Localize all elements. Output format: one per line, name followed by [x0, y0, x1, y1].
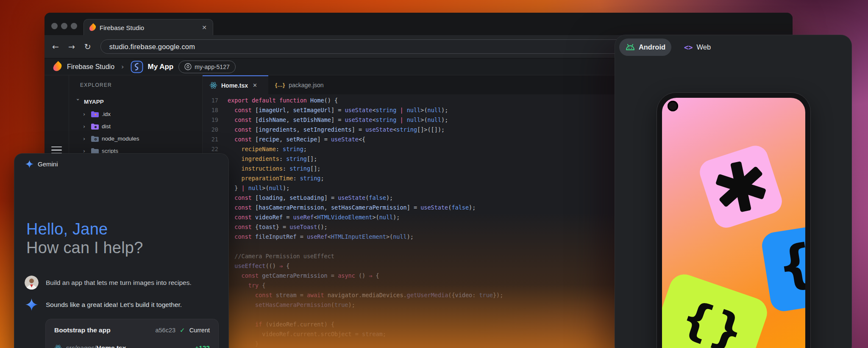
- chevron-right-icon: ›: [83, 123, 90, 130]
- editor-tab-label: package.json: [289, 82, 324, 88]
- chevron-down-icon: ›: [75, 99, 81, 105]
- chat-message-gemini: Sounds like a great idea! Let’s build it…: [25, 298, 218, 312]
- back-icon[interactable]: ←: [52, 42, 59, 51]
- user-message-text: Build an app that lets me turn images in…: [46, 279, 192, 287]
- folder-icon: [91, 111, 99, 118]
- breadcrumb-separator: ›: [121, 63, 124, 71]
- gemini-header: Gemini: [25, 160, 58, 168]
- check-icon: ✓: [180, 326, 185, 334]
- workspace-droplet-icon: [184, 63, 192, 70]
- open-brace-icon: {: [773, 232, 805, 298]
- camera-punch-hole: [668, 101, 678, 111]
- close-icon[interactable]: ✕: [253, 82, 257, 88]
- android-icon: [625, 44, 635, 51]
- forward-icon[interactable]: →: [68, 42, 75, 51]
- gemini-greeting: Hello, Jane How can I help?: [26, 220, 143, 257]
- tile-brace: {: [760, 222, 805, 313]
- prototyper-app-icon: [131, 61, 143, 73]
- bootstrap-task-card[interactable]: Bootstrap the app a56c23 ✓ Current src/p…: [45, 319, 219, 348]
- reload-icon[interactable]: ↻: [84, 42, 91, 51]
- platform-toggle: Android <> Web: [619, 39, 711, 56]
- gemini-sparkle-icon: [25, 298, 39, 312]
- editor-tab-home-tsx[interactable]: Home.tsx ✕: [203, 75, 268, 94]
- file-name: Home.tsx: [97, 344, 126, 348]
- editor-tab-package-json[interactable]: {…} package.json: [268, 75, 331, 94]
- tab-close-icon[interactable]: ✕: [202, 24, 207, 31]
- preview-panel: Android <> Web { {}: [615, 35, 852, 348]
- android-toggle-button[interactable]: Android: [619, 39, 671, 56]
- phone-screen: { {}: [662, 98, 805, 348]
- browser-tab[interactable]: Firebase Studio ✕: [83, 19, 213, 36]
- browser-tabstrip: Firebase Studio ✕: [45, 13, 793, 35]
- phone-mockup: { {}: [657, 92, 811, 348]
- tree-item-node-modules[interactable]: › node_modules: [69, 133, 202, 145]
- folder-icon: [91, 135, 99, 142]
- greeting-line1: Hello, Jane: [26, 220, 143, 238]
- task-file-row[interactable]: src/pages/Home.tsx +122: [54, 344, 210, 348]
- workspace-badge[interactable]: my-app-5127: [178, 61, 236, 73]
- chevron-right-icon: ›: [83, 111, 90, 117]
- web-toggle-button[interactable]: <> Web: [684, 39, 711, 56]
- code-brackets-icon: <>: [684, 43, 693, 52]
- chevron-right-icon: ›: [83, 135, 90, 142]
- gemini-panel: Gemini Hello, Jane How can I help? Build…: [14, 153, 229, 348]
- traffic-light-maximize[interactable]: [71, 23, 77, 29]
- react-icon: [54, 344, 62, 348]
- gemini-brand-label: Gemini: [38, 160, 58, 168]
- editor-tab-label: Home.tsx: [221, 82, 248, 89]
- tree-root-myapp[interactable]: › MYAPP: [69, 96, 202, 108]
- greeting-line2: How can I help?: [26, 238, 143, 257]
- gemini-sparkle-icon: [25, 160, 33, 168]
- diff-added-count: +122: [195, 344, 210, 348]
- react-icon: [209, 81, 217, 89]
- web-toggle-label: Web: [696, 43, 711, 51]
- tree-item-dist[interactable]: › dist: [69, 120, 202, 133]
- file-dir: src/pages/: [66, 344, 97, 348]
- firebase-logo-icon: [52, 61, 64, 73]
- asterisk-icon: [709, 155, 773, 218]
- tile-asterisk: [696, 142, 785, 231]
- traffic-light-close[interactable]: [51, 23, 58, 29]
- gemini-message-text: Sounds like a great idea! Let’s build it…: [46, 301, 182, 309]
- braces-icon: {}: [675, 290, 751, 348]
- explorer-title: EXPLORER: [80, 82, 112, 88]
- traffic-light-minimize[interactable]: [61, 23, 67, 29]
- task-card-header: Bootstrap the app a56c23 ✓ Current: [54, 326, 210, 334]
- file-tree: › MYAPP › .idx ›: [69, 96, 202, 157]
- status-badge: Current: [189, 327, 210, 334]
- window-controls: [51, 23, 77, 29]
- android-toggle-label: Android: [639, 43, 665, 51]
- chat-message-user: Build an app that lets me turn images in…: [25, 276, 218, 290]
- json-braces-icon: {…}: [275, 82, 285, 88]
- user-avatar: [25, 276, 39, 290]
- workspace-badge-label: my-app-5127: [195, 64, 230, 70]
- menu-icon[interactable]: [51, 146, 62, 154]
- browser-tab-title: Firebase Studio: [100, 24, 144, 31]
- folder-icon: [91, 123, 99, 130]
- brand-name[interactable]: Firebase Studio: [67, 63, 114, 71]
- stage: Firebase Studio ✕ ← → ↻ studio.firebase.…: [0, 0, 868, 348]
- commit-hash: a56c23: [155, 327, 175, 334]
- task-title: Bootstrap the app: [54, 326, 111, 334]
- firebase-flame-icon: [88, 23, 97, 32]
- url-text: studio.firebase.google.com: [109, 43, 195, 51]
- tree-item-idx[interactable]: › .idx: [69, 108, 202, 120]
- tile-braces: {}: [662, 270, 771, 348]
- project-name[interactable]: My App: [147, 63, 173, 71]
